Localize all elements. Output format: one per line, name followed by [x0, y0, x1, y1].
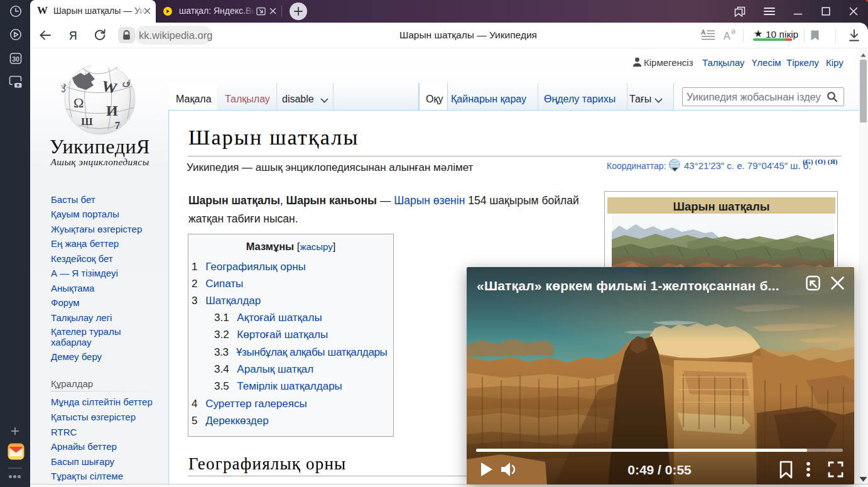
svg-text:И: И	[106, 102, 118, 119]
svg-text:«Шатқал» көркем фильмі 1-желто: «Шатқал» көркем фильмі 1-желтоқсаннан б.…	[477, 278, 779, 293]
svg-text:0:49 / 0:55: 0:49 / 0:55	[627, 462, 692, 477]
svg-text:Ш: Ш	[81, 116, 93, 128]
svg-text:Ω: Ω	[73, 95, 84, 111]
svg-text:30: 30	[12, 55, 19, 63]
svg-text:7: 7	[115, 120, 120, 131]
